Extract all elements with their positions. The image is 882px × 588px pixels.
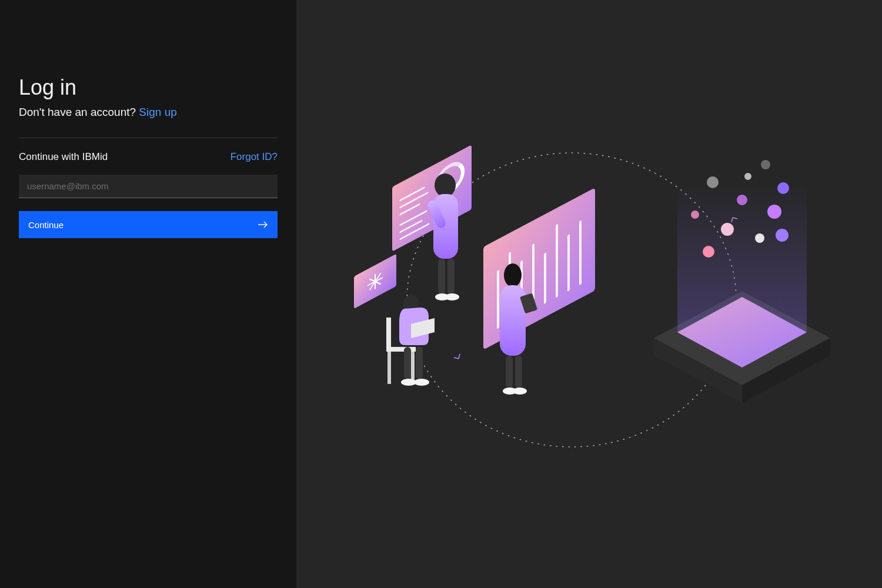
svg-point-57: [767, 205, 781, 219]
svg-rect-44: [416, 347, 423, 379]
forgot-id-link[interactable]: Forgot ID?: [230, 151, 278, 163]
hero-illustration: [336, 112, 842, 476]
svg-rect-34: [506, 356, 513, 388]
svg-point-53: [707, 176, 719, 188]
continue-with-row: Continue with IBMid Forgot ID?: [19, 151, 278, 163]
svg-point-46: [414, 379, 429, 386]
svg-point-62: [776, 229, 789, 242]
signup-prompt: Don't have an account? Sign up: [19, 106, 278, 119]
svg-point-37: [513, 387, 527, 395]
svg-rect-32: [500, 285, 526, 356]
arrow-right-icon: [258, 220, 268, 229]
svg-point-58: [755, 233, 764, 243]
page-title: Log in: [19, 75, 278, 100]
illustration-panel: [296, 0, 882, 588]
svg-point-59: [703, 246, 714, 258]
svg-rect-27: [438, 259, 445, 294]
svg-point-60: [777, 182, 789, 194]
svg-rect-35: [515, 356, 522, 388]
no-account-text: Don't have an account?: [19, 106, 139, 118]
sign-up-link[interactable]: Sign up: [139, 106, 176, 118]
svg-point-24: [435, 173, 456, 197]
svg-rect-39: [386, 318, 391, 352]
svg-point-52: [761, 160, 770, 169]
svg-rect-28: [447, 259, 455, 294]
svg-point-61: [744, 173, 751, 180]
continue-button[interactable]: Continue: [19, 211, 278, 238]
svg-marker-51: [677, 182, 807, 368]
svg-point-56: [721, 223, 734, 236]
svg-point-31: [504, 263, 522, 287]
svg-point-30: [445, 293, 459, 300]
svg-rect-43: [404, 347, 411, 379]
email-input[interactable]: [19, 175, 278, 198]
login-screen: Log in Don't have an account? Sign up Co…: [0, 0, 882, 588]
continue-button-label: Continue: [28, 220, 64, 230]
svg-point-55: [691, 211, 699, 219]
login-form-panel: Log in Don't have an account? Sign up Co…: [0, 0, 296, 588]
svg-point-54: [737, 195, 747, 205]
svg-rect-40: [387, 352, 391, 384]
continue-with-label: Continue with IBMid: [19, 151, 108, 163]
divider: [19, 138, 278, 138]
